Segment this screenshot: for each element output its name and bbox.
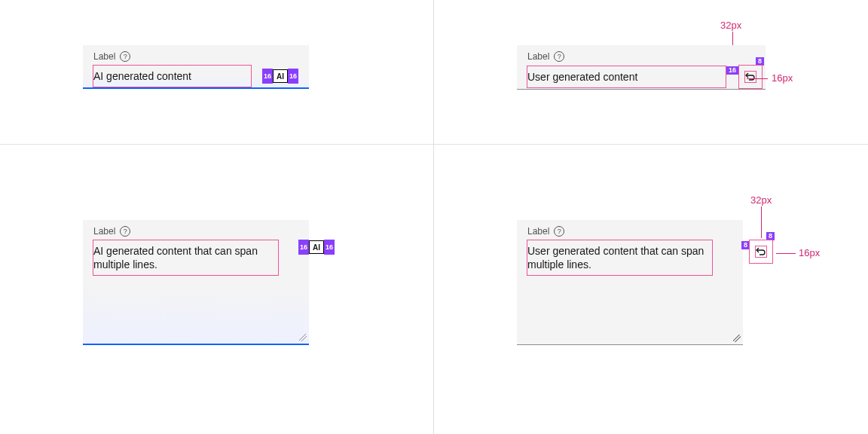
input-value: AI generated content xyxy=(93,70,191,82)
spacing-badge-left: 16 xyxy=(298,240,309,255)
spec-cell-user-textarea: 32px Label ? User generated content that… xyxy=(434,145,868,434)
textarea-user[interactable]: Label ? User generated content that can … xyxy=(517,220,743,345)
width-callout: 32px xyxy=(750,194,772,206)
textarea-ai[interactable]: Label ? AI generated content that can sp… xyxy=(83,220,309,345)
field-label: Label xyxy=(527,226,549,237)
help-icon[interactable]: ? xyxy=(554,226,564,237)
leader-horizontal xyxy=(747,78,768,79)
spec-cell-ai-textarea: Label ? AI generated content that can sp… xyxy=(0,145,434,434)
textarea-value: User generated content that can span mul… xyxy=(527,245,704,270)
icon-size-callout: 16px xyxy=(799,247,820,258)
ai-indicator: 16 AI 16 xyxy=(298,240,335,255)
undo-icon xyxy=(744,71,756,83)
spacing-badge-8-top: 8 xyxy=(756,57,764,66)
text-input-user[interactable]: Label ? User generated content 16 8 xyxy=(517,45,766,90)
revert-button[interactable]: 8 xyxy=(738,65,763,89)
spec-cell-user-single-line: 32px Label ? User generated content 16 8 xyxy=(434,0,868,145)
spacing-badge-16: 16 xyxy=(726,66,738,75)
spacing-badge-8-top: 8 xyxy=(766,232,775,240)
field-label: Label xyxy=(527,51,549,62)
text-input-ai[interactable]: Label ? AI generated content 16 AI 16 xyxy=(83,45,309,89)
leader-horizontal xyxy=(776,253,796,254)
undo-icon xyxy=(755,246,767,258)
spec-cell-ai-single-line: Label ? AI generated content 16 AI 16 xyxy=(0,0,434,145)
help-icon[interactable]: ? xyxy=(120,51,130,62)
input-value: User generated content xyxy=(527,71,637,83)
spacing-badge-right: 16 xyxy=(324,240,335,255)
ai-indicator: 16 AI 16 xyxy=(262,69,298,84)
spacing-badge-right: 16 xyxy=(288,69,298,84)
field-label: Label xyxy=(93,226,115,237)
field-label: Label xyxy=(93,51,115,62)
revert-button[interactable]: 8 xyxy=(749,240,773,264)
help-icon[interactable]: ? xyxy=(554,51,564,62)
spacing-badge-left: 16 xyxy=(262,69,273,84)
textarea-value: AI generated content that can span multi… xyxy=(93,245,258,270)
ai-chip: AI xyxy=(273,69,288,83)
help-icon[interactable]: ? xyxy=(120,226,130,237)
width-callout: 32px xyxy=(720,20,741,31)
ai-chip: AI xyxy=(309,240,324,254)
icon-size-callout: 16px xyxy=(772,72,793,84)
